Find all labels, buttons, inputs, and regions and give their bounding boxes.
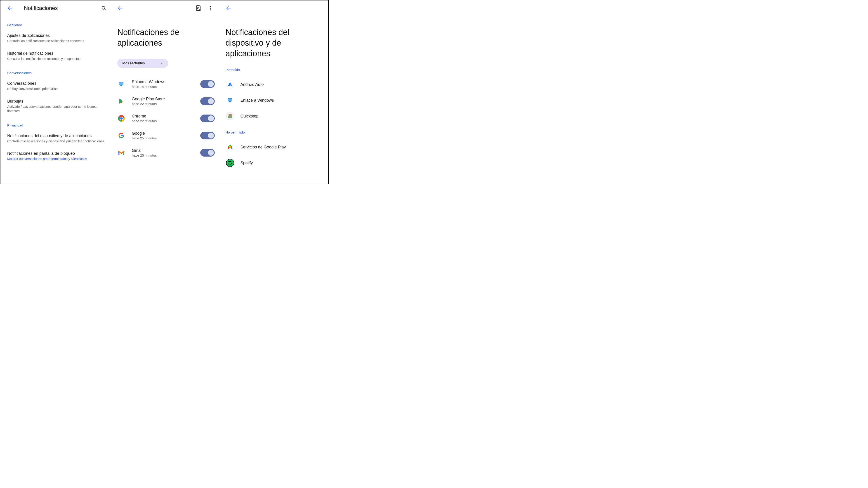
gmail-icon: [117, 149, 125, 157]
svg-point-2: [210, 6, 211, 7]
filter-dropdown[interactable]: Más recientes ▼: [117, 59, 168, 68]
find-in-page-icon[interactable]: [196, 5, 201, 11]
section-header-not-allowed: No permitido: [225, 130, 323, 134]
section-header-manage: Gestionar: [7, 23, 106, 27]
page-title: Notificaciones: [24, 5, 96, 11]
settings-notifications-panel: Notificaciones Gestionar Ajustes de apli…: [0, 0, 112, 184]
setting-title: Notificaciones del dispositivo y de apli…: [7, 133, 106, 138]
app-name: Google: [132, 131, 187, 136]
allowed-list: Android AutoEnlace a WindowsQuickstep: [225, 76, 323, 124]
app-row[interactable]: Googlehace 25 minutos: [117, 127, 215, 144]
setting-subtitle: No hay conversaciones prioritarias: [7, 87, 106, 91]
svg-rect-7: [121, 85, 122, 86]
more-vert-icon[interactable]: [208, 5, 213, 11]
divider: [194, 149, 194, 156]
topbar: [225, 3, 323, 13]
setting-device-app-notifications[interactable]: Notificaciones del dispositivo y de apli…: [7, 133, 106, 144]
app-time: hace 25 minutos: [132, 153, 187, 157]
windows-link-icon: [117, 80, 125, 88]
svg-point-22: [229, 146, 231, 148]
app-row[interactable]: Google Play Storehace 22 minutos: [117, 93, 215, 110]
setting-lockscreen-notifications[interactable]: Notificaciones en pantalla de bloqueo Mo…: [7, 151, 106, 161]
play-store-icon: [117, 97, 125, 105]
list-item[interactable]: Enlace a Windows: [225, 92, 323, 108]
setting-subtitle: Activado / Las conversaciones pueden apa…: [7, 105, 106, 113]
setting-title: Conversaciones: [7, 81, 106, 86]
list-item-label: Enlace a Windows: [241, 98, 274, 103]
spotify-icon: [225, 158, 235, 167]
app-row[interactable]: Enlace a Windowshace 14 minutos: [117, 75, 215, 93]
setting-title: Burbujas: [7, 99, 106, 104]
setting-title: Historial de notificaciones: [7, 51, 106, 56]
app-name: Enlace a Windows: [132, 79, 187, 84]
toggle-switch[interactable]: [200, 149, 215, 157]
section-header-privacy: Privacidad: [7, 123, 106, 127]
setting-subtitle: Controla qué aplicaciones y dispositivos…: [7, 139, 106, 144]
app-row[interactable]: Chromehace 22 minutos: [117, 110, 215, 127]
app-text: Enlace a Windowshace 14 minutos: [132, 79, 187, 89]
page-title: Notificaciones del dispositivo y de apli…: [225, 27, 323, 59]
app-row[interactable]: Gmailhace 25 minutos: [117, 144, 215, 161]
svg-rect-16: [228, 102, 231, 103]
setting-conversations[interactable]: Conversaciones No hay conversaciones pri…: [7, 81, 106, 91]
section-header-conversations: Conversaciones: [7, 71, 106, 75]
svg-rect-20: [229, 115, 231, 116]
svg-rect-15: [229, 101, 231, 102]
app-text: Googlehace 25 minutos: [132, 131, 187, 140]
device-app-notifications-panel: Notificaciones del dispositivo y de apli…: [220, 0, 328, 184]
back-arrow-icon[interactable]: [225, 5, 231, 11]
back-arrow-icon[interactable]: [7, 5, 13, 11]
svg-rect-6: [119, 82, 123, 85]
back-arrow-icon[interactable]: [117, 5, 123, 11]
list-item-label: Quickstep: [241, 114, 258, 119]
toggle-switch[interactable]: [200, 132, 215, 139]
setting-subtitle: Mostrar conversaciones predeterminadas y…: [7, 157, 106, 161]
list-item[interactable]: Spotify: [225, 155, 323, 171]
divider: [194, 132, 194, 139]
app-name: Chrome: [132, 114, 187, 119]
android-auto-icon: [225, 80, 235, 89]
topbar: [117, 3, 215, 13]
app-notifications-panel: Notificaciones de aplicaciones Más recie…: [112, 0, 220, 184]
toggle-switch[interactable]: [200, 80, 215, 88]
page-title: Notificaciones de aplicaciones: [117, 27, 215, 48]
app-text: Gmailhace 25 minutos: [132, 148, 187, 157]
not-allowed-list: Servicios de Google PlaySpotify: [225, 139, 323, 171]
svg-rect-8: [120, 86, 123, 86]
list-item-label: Servicios de Google Play: [241, 145, 286, 150]
setting-app-notifications[interactable]: Ajustes de aplicaciones Controla las not…: [7, 33, 106, 43]
app-text: Google Play Storehace 22 minutos: [132, 97, 187, 106]
list-item[interactable]: Servicios de Google Play: [225, 139, 323, 155]
svg-rect-14: [228, 99, 232, 101]
toggle-switch[interactable]: [200, 97, 215, 105]
filter-label: Más recientes: [122, 61, 145, 65]
quickstep-icon: [225, 111, 235, 121]
divider: [194, 98, 194, 105]
app-name: Google Play Store: [132, 97, 187, 101]
app-name: Gmail: [132, 148, 187, 153]
section-header-allowed: Permitido: [225, 68, 323, 72]
play-services-icon: [225, 142, 235, 152]
setting-notification-history[interactable]: Historial de notificaciones Consulta las…: [7, 51, 106, 61]
svg-point-3: [210, 8, 211, 9]
toggle-switch[interactable]: [200, 115, 215, 122]
list-item[interactable]: Quickstep: [225, 108, 323, 124]
setting-title: Notificaciones en pantalla de bloqueo: [7, 151, 106, 156]
setting-bubbles[interactable]: Burbujas Activado / Las conversaciones p…: [7, 99, 106, 113]
app-list: Enlace a Windowshace 14 minutosGoogle Pl…: [117, 75, 215, 161]
svg-rect-21: [228, 116, 232, 119]
search-icon[interactable]: [101, 5, 106, 11]
setting-title: Ajustes de aplicaciones: [7, 33, 106, 38]
google-g-icon: [117, 131, 125, 140]
list-item[interactable]: Android Auto: [225, 76, 323, 92]
app-time: hace 22 minutos: [132, 119, 187, 123]
topbar: Notificaciones: [7, 3, 106, 13]
setting-subtitle: Controla las notificaciones de aplicacio…: [7, 39, 106, 43]
app-time: hace 22 minutos: [132, 102, 187, 106]
list-item-label: Spotify: [241, 161, 253, 165]
chevron-down-icon: ▼: [161, 62, 163, 65]
svg-point-4: [210, 9, 211, 11]
svg-point-11: [120, 117, 123, 120]
chrome-icon: [117, 114, 125, 123]
app-time: hace 14 minutos: [132, 85, 187, 89]
